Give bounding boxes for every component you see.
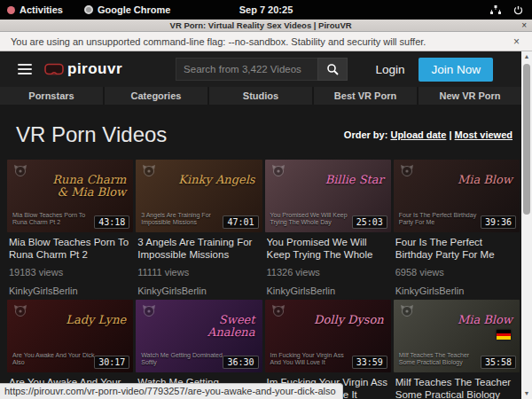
search-button[interactable] — [317, 58, 348, 81]
page-title: VR Porn Videos — [16, 122, 167, 147]
studio-link[interactable]: KinkyGirlsBerlin — [137, 286, 260, 296]
thumbnail-overlay-name: Runa Charm & Mia Blow — [46, 174, 126, 198]
thumbnail-caption: Milf Teaches The Teacher Some Practical … — [399, 352, 484, 368]
search-input[interactable] — [176, 58, 317, 81]
search-icon — [326, 63, 339, 75]
window-close-icon[interactable]: × — [521, 21, 527, 30]
thumbnail-caption: 3 Angels Are Training For Impossible Mis… — [141, 212, 226, 228]
warning-close-icon[interactable]: × — [513, 35, 520, 48]
video-thumbnail[interactable]: Mia BlowMilf Teaches The Teacher Some Pr… — [394, 300, 520, 372]
site-header: pirouvr Login Join Now — [0, 51, 521, 87]
thumbnail-caption: Mia Blow Teaches Porn To Runa Charm Pt 2 — [12, 212, 98, 228]
video-title-link[interactable]: 3 Angels Are Training For Impossible Mis… — [137, 237, 260, 261]
scrollbar[interactable]: ▲ ▼ — [521, 51, 532, 399]
main-nav: Pornstars Categories Studios Best VR Por… — [0, 87, 521, 105]
thumbnail-overlay-name: Mia Blow — [458, 174, 512, 186]
order-link-most-viewed[interactable]: Most viewed — [455, 129, 512, 140]
join-now-button[interactable]: Join Now — [419, 58, 493, 82]
video-views: 6958 views — [395, 267, 518, 278]
order-by: Order by: Upload date | Most viewed — [344, 129, 512, 140]
video-thumbnail[interactable]: Runa Charm & Mia BlowMia Blow Teaches Po… — [7, 160, 133, 232]
video-title-link[interactable]: Milf Teaches The Teacher Some Practical … — [395, 377, 518, 399]
video-views: 11326 views — [267, 267, 389, 278]
app-menu-label: Google Chrome — [98, 4, 171, 15]
thumbnail-caption: Four Is The Perfect Birthday Party For M… — [399, 212, 484, 228]
duration-badge: 39:36 — [481, 215, 516, 229]
nav-item-best-vr[interactable]: Best VR Porn — [314, 87, 417, 105]
video-title-link[interactable]: Four Is The Perfect Birthday Party For M… — [395, 237, 518, 261]
scrollbar-thumb[interactable] — [523, 64, 530, 215]
video-thumbnail[interactable]: Mia BlowFour Is The Perfect Birthday Par… — [394, 160, 520, 232]
video-views: 11111 views — [137, 267, 260, 278]
duration-badge: 36:30 — [223, 356, 258, 369]
window-title: VR Porn: Virtual Reality Sex Videos | Pi… — [0, 20, 521, 30]
order-separator: | — [449, 129, 451, 140]
scroll-down-icon[interactable]: ▼ — [521, 388, 532, 399]
thumbnail-overlay-name: Dolly Dyson — [314, 314, 384, 326]
studio-link[interactable]: KinkyGirlsBerlin — [9, 286, 131, 296]
video-card[interactable]: Billie StarYou Promised We Will Keep Try… — [265, 160, 391, 296]
video-title-link[interactable]: Mia Blow Teaches Porn To Runa Charm Pt 2 — [9, 237, 131, 261]
desktop-screen: Activities Google Chrome Sep 7 20:25 VR … — [0, 0, 532, 399]
order-link-upload-date[interactable]: Upload date — [390, 129, 446, 140]
thumbnail-caption: Are You Awake And Your Dick Also — [12, 352, 98, 368]
video-card[interactable]: Runa Charm & Mia BlowMia Blow Teaches Po… — [7, 160, 133, 296]
video-card[interactable]: Kinky Angels3 Angels Are Training For Im… — [136, 160, 262, 296]
video-thumbnail[interactable]: Dolly DysonIm Fucking Your Virgin Ass An… — [265, 300, 391, 372]
video-thumbnail[interactable]: Billie StarYou Promised We Will Keep Try… — [265, 160, 391, 232]
video-thumbnail[interactable]: Lady LyneAre You Awake And Your Dick Als… — [7, 300, 133, 372]
thumbnail-caption: Watch Me Getting Dominated Softly — [141, 352, 226, 368]
nav-item-studios[interactable]: Studios — [209, 87, 312, 105]
page-heading-row: VR Porn Videos Order by: Upload date | M… — [0, 105, 521, 160]
thumbnail-caption: Im Fucking Your Virgin Ass And You Will … — [270, 352, 356, 368]
login-link[interactable]: Login — [375, 63, 404, 76]
logo-text: pirouvr — [67, 60, 122, 78]
video-views: 19183 views — [9, 267, 131, 278]
chrome-warning-bar: You are using an unsupported command-lin… — [0, 32, 532, 51]
studio-link[interactable]: KinkyGirlsBerlin — [395, 286, 518, 296]
duration-badge: 35:58 — [481, 356, 516, 369]
thumbnail-overlay-name: Lady Lyne — [66, 314, 126, 326]
activities-icon — [7, 6, 15, 14]
power-icon[interactable] — [513, 5, 523, 15]
video-title-link[interactable]: You Promised We Will Keep Trying The Who… — [267, 237, 389, 261]
hamburger-menu-icon[interactable] — [18, 61, 32, 77]
video-card[interactable]: Mia BlowMilf Teaches The Teacher Some Pr… — [394, 300, 520, 399]
video-card[interactable]: Mia BlowFour Is The Perfect Birthday Par… — [394, 160, 520, 296]
nav-item-new-vr[interactable]: New VR Porn — [419, 87, 521, 105]
activities-label: Activities — [20, 4, 63, 15]
status-url-bubble: https://pirouvr.com/vr-porn-video/779325… — [0, 383, 343, 399]
thumbnail-overlay-name: Mia Blow — [458, 314, 512, 326]
duration-badge: 47:01 — [223, 215, 258, 229]
order-by-label: Order by: — [344, 129, 388, 140]
duration-badge: 43:18 — [94, 215, 129, 229]
thumbnail-caption: You Promised We Will Keep Trying The Who… — [270, 212, 356, 228]
warning-text: You are using an unsupported command-lin… — [11, 36, 426, 47]
nav-item-pornstars[interactable]: Pornstars — [0, 87, 103, 105]
thumbnail-overlay-name: Kinky Angels — [178, 174, 254, 186]
video-grid: Runa Charm & Mia BlowMia Blow Teaches Po… — [7, 160, 520, 399]
scroll-up-icon[interactable]: ▲ — [521, 51, 532, 62]
video-thumbnail[interactable]: Kinky Angels3 Angels Are Training For Im… — [136, 160, 262, 232]
activities-button[interactable]: Activities — [7, 4, 63, 15]
vr-goggles-icon — [44, 63, 64, 75]
thumbnail-overlay-name: Sweet Analena — [176, 314, 255, 338]
app-menu-button[interactable]: Google Chrome — [84, 4, 171, 15]
site-logo[interactable]: pirouvr — [44, 60, 122, 78]
german-flag-icon — [497, 330, 511, 340]
network-icon[interactable] — [490, 5, 501, 15]
duration-badge: 30:17 — [94, 356, 129, 369]
thumbnail-overlay-name: Billie Star — [325, 174, 384, 186]
window-title-bar: VR Porn: Virtual Reality Sex Videos | Pi… — [0, 20, 532, 32]
system-top-bar: Activities Google Chrome Sep 7 20:25 — [0, 0, 532, 20]
browser-viewport: pirouvr Login Join Now Pornstars Categor… — [0, 51, 521, 399]
chrome-icon — [84, 5, 93, 14]
duration-badge: 33:59 — [352, 356, 387, 369]
studio-link[interactable]: KinkyGirlsBerlin — [267, 286, 389, 296]
nav-item-categories[interactable]: Categories — [105, 87, 207, 105]
video-thumbnail[interactable]: Sweet AnalenaWatch Me Getting Dominated … — [136, 300, 262, 372]
duration-badge: 25:03 — [352, 215, 387, 229]
